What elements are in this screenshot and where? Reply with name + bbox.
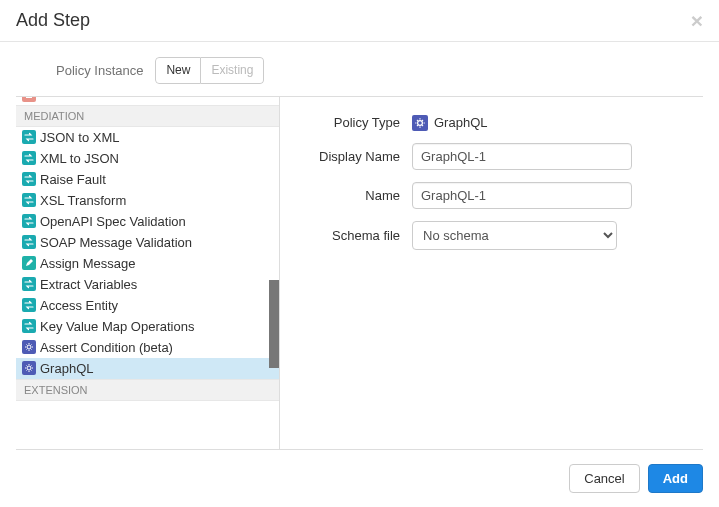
- list-item-key-value-map-operations[interactable]: Key Value Map Operations: [16, 316, 279, 337]
- policy-details-panel: Policy Type GraphQL Display Name Name Sc…: [280, 97, 703, 449]
- main-panel: MEDIATION JSON to XML XML to JSON: [16, 96, 703, 450]
- add-step-dialog: Add Step × Policy Instance New Existing …: [0, 0, 719, 507]
- policy-item-label: GraphQL: [40, 361, 93, 376]
- gear-icon: [22, 340, 36, 354]
- list-item-soap-message-validation[interactable]: SOAP Message Validation: [16, 232, 279, 253]
- swap-icon: [22, 130, 36, 144]
- name-input[interactable]: [412, 182, 632, 209]
- name-label: Name: [300, 188, 400, 203]
- policy-item-label: Extract Variables: [40, 277, 137, 292]
- policy-item-label: XSL Transform: [40, 193, 126, 208]
- add-button[interactable]: Add: [648, 464, 703, 493]
- schema-file-select[interactable]: No schema: [412, 221, 617, 250]
- swap-icon: [22, 151, 36, 165]
- category-extension: EXTENSION: [16, 379, 279, 401]
- policy-item-label: Assert Condition (beta): [40, 340, 173, 355]
- instance-new-button[interactable]: New: [155, 57, 201, 84]
- list-item-raise-fault[interactable]: Raise Fault: [16, 169, 279, 190]
- policy-item-label: SOAP Message Validation: [40, 235, 192, 250]
- svg-point-1: [27, 366, 31, 370]
- list-item[interactable]: [16, 97, 279, 105]
- policy-item-label: OpenAPI Spec Validation: [40, 214, 186, 229]
- policy-item-label: Access Entity: [40, 298, 118, 313]
- policy-item-label: Assign Message: [40, 256, 135, 271]
- list-item-graphql[interactable]: GraphQL: [16, 358, 279, 379]
- policy-item-label: Key Value Map Operations: [40, 319, 194, 334]
- policy-item-label: XML to JSON: [40, 151, 119, 166]
- swap-icon: [22, 277, 36, 291]
- policy-instance-row: Policy Instance New Existing: [0, 42, 719, 96]
- dialog-footer: Cancel Add: [0, 450, 719, 507]
- row-name: Name: [300, 182, 683, 209]
- row-policy-type: Policy Type GraphQL: [300, 115, 683, 131]
- gear-icon: [412, 115, 428, 131]
- list-item-extract-variables[interactable]: Extract Variables: [16, 274, 279, 295]
- scrollbar-thumb[interactable]: [269, 280, 279, 368]
- swap-icon: [22, 298, 36, 312]
- edit-icon: [22, 256, 36, 270]
- dialog-title: Add Step: [16, 10, 90, 31]
- schema-file-label: Schema file: [300, 228, 400, 243]
- policy-list-sidebar[interactable]: MEDIATION JSON to XML XML to JSON: [16, 97, 280, 449]
- policy-icon: [22, 97, 36, 102]
- row-display-name: Display Name: [300, 143, 683, 170]
- list-item-json-to-xml[interactable]: JSON to XML: [16, 127, 279, 148]
- policy-type-value: GraphQL: [434, 115, 487, 130]
- policy-instance-label: Policy Instance: [56, 63, 143, 78]
- list-item-openapi-spec-validation[interactable]: OpenAPI Spec Validation: [16, 211, 279, 232]
- gear-icon: [22, 361, 36, 375]
- swap-icon: [22, 172, 36, 186]
- swap-icon: [22, 214, 36, 228]
- display-name-input[interactable]: [412, 143, 632, 170]
- list-item-assign-message[interactable]: Assign Message: [16, 253, 279, 274]
- close-icon[interactable]: ×: [691, 10, 703, 31]
- list-item-access-entity[interactable]: Access Entity: [16, 295, 279, 316]
- category-mediation: MEDIATION: [16, 105, 279, 127]
- svg-point-2: [418, 120, 423, 125]
- list-item-xml-to-json[interactable]: XML to JSON: [16, 148, 279, 169]
- list-item-assert-condition[interactable]: Assert Condition (beta): [16, 337, 279, 358]
- instance-toggle: New Existing: [155, 57, 264, 84]
- swap-icon: [22, 235, 36, 249]
- policy-type-label: Policy Type: [300, 115, 400, 130]
- cancel-button[interactable]: Cancel: [569, 464, 639, 493]
- dialog-header: Add Step ×: [0, 0, 719, 42]
- policy-item-label: Raise Fault: [40, 172, 106, 187]
- display-name-label: Display Name: [300, 149, 400, 164]
- swap-icon: [22, 319, 36, 333]
- list-item-xsl-transform[interactable]: XSL Transform: [16, 190, 279, 211]
- row-schema-file: Schema file No schema: [300, 221, 683, 250]
- svg-point-0: [27, 345, 31, 349]
- swap-icon: [22, 193, 36, 207]
- instance-existing-button[interactable]: Existing: [201, 57, 264, 84]
- policy-item-label: JSON to XML: [40, 130, 119, 145]
